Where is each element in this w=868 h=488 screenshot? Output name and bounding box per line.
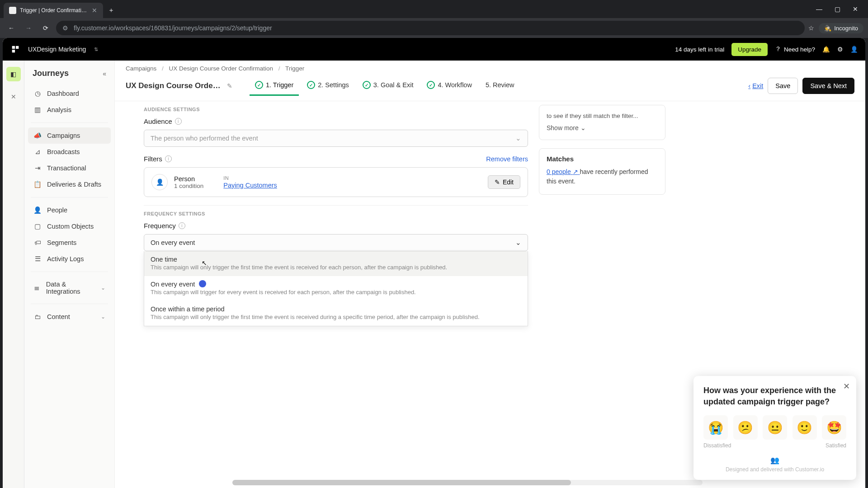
info-icon[interactable]: i — [165, 155, 172, 162]
survey-emoji-button[interactable]: 😐 — [763, 415, 787, 440]
feedback-survey: ✕ How was your experience with the updat… — [693, 376, 856, 480]
frequency-option[interactable]: Once within a time periodThis campaign w… — [144, 301, 528, 326]
step-tab-review[interactable]: 5. Review — [480, 76, 520, 95]
sidebar-item-people[interactable]: 👤People — [28, 202, 111, 218]
survey-emoji-button[interactable]: 😕 — [733, 415, 758, 440]
breadcrumb-campaigns[interactable]: Campaigns — [126, 65, 156, 72]
browser-tab[interactable]: Trigger | Order Confirmation | C ✕ — [4, 3, 103, 18]
url-field[interactable]: ⚙ fly.customer.io/workspaces/160831/jour… — [56, 21, 805, 35]
horizontal-scrollbar[interactable] — [232, 480, 703, 485]
help-link[interactable]: ？ Need help? — [775, 45, 815, 53]
notifications-icon[interactable]: 🔔 — [822, 46, 830, 53]
sidebar-item-transactional[interactable]: ⇥Transactional — [28, 160, 111, 176]
step-tab-goal-exit[interactable]: ✓3. Goal & Exit — [357, 76, 419, 95]
database-icon: ≣ — [33, 284, 41, 292]
sidebar-item-segments[interactable]: 🏷Segments — [28, 235, 111, 251]
survey-footer-text: Designed and delivered with Customer.io — [726, 466, 824, 473]
rail-journeys-icon[interactable]: ◧ — [6, 67, 21, 81]
upgrade-button[interactable]: Upgrade — [731, 43, 768, 56]
frequency-section-label: FREQUENCY SETTINGS — [144, 205, 528, 222]
save-button[interactable]: Save — [768, 78, 798, 94]
profile-icon[interactable]: 👤 — [850, 46, 858, 53]
external-link-icon: ↗ — [573, 168, 578, 175]
survey-emoji-button[interactable]: 🤩 — [822, 415, 846, 440]
frequency-label: Frequency — [144, 222, 176, 230]
edit-label: Edit — [503, 178, 514, 186]
save-next-button[interactable]: Save & Next — [802, 78, 854, 94]
close-window-icon[interactable]: ✕ — [849, 3, 862, 15]
help-icon: ？ — [775, 45, 781, 53]
filters-label: Filters — [144, 155, 162, 163]
breadcrumb-current: Trigger — [285, 65, 304, 72]
remove-filters-link[interactable]: Remove filters — [486, 155, 528, 163]
filter-segment-link[interactable]: Paying Customers — [223, 182, 277, 189]
pencil-icon: ✎ — [495, 178, 500, 186]
step-tab-settings[interactable]: ✓2. Settings — [302, 76, 354, 95]
step-tab-trigger[interactable]: ✓1. Trigger — [250, 76, 299, 95]
audience-placeholder: The person who performed the event — [151, 135, 258, 142]
exit-link[interactable]: ‹ Exit — [748, 82, 763, 89]
site-settings-icon[interactable]: ⚙ — [62, 24, 68, 32]
forward-button[interactable]: → — [22, 21, 35, 35]
survey-emoji-button[interactable]: 😭 — [703, 415, 728, 440]
sidebar-item-deliveries-drafts[interactable]: 📋Deliveries & Drafts — [28, 176, 111, 192]
workspace-switcher-icon[interactable]: ⇅ — [94, 48, 98, 51]
page-title: UX Design Course Order Confi... — [126, 81, 221, 90]
breadcrumb-campaign-name[interactable]: UX Design Course Order Confirmation — [169, 65, 273, 72]
filter-person-title: Person — [174, 175, 203, 183]
trial-notice: 14 days left in trial — [675, 46, 724, 53]
chevron-down-icon: ⌄ — [515, 135, 521, 142]
tab-title: Trigger | Order Confirmation | C — [20, 7, 88, 14]
chevron-left-icon: ‹ — [748, 82, 750, 89]
rail-secondary-icon[interactable]: ✕ — [6, 89, 21, 104]
settings-icon[interactable]: ⚙ — [837, 46, 843, 53]
info-icon[interactable]: i — [175, 118, 182, 125]
list-icon: ☰ — [33, 255, 42, 263]
customerio-badge-icon: 👥 — [770, 456, 779, 465]
app-logo[interactable] — [10, 44, 21, 55]
edit-filter-button[interactable]: ✎ Edit — [488, 175, 520, 189]
help-text: to see if they still match the filter... — [547, 112, 658, 121]
show-more-link[interactable]: Show more ⌄ — [547, 124, 658, 131]
matches-title: Matches — [547, 155, 658, 163]
sidebar-item-campaigns[interactable]: 📣Campaigns — [28, 127, 111, 144]
collapse-sidebar-icon[interactable]: « — [103, 70, 106, 77]
sidebar-item-data-integrations[interactable]: ≣Data & Integrations⌄ — [28, 277, 111, 299]
reload-button[interactable]: ⟳ — [39, 21, 52, 35]
maximize-icon[interactable]: ▢ — [831, 3, 844, 15]
close-tab-icon[interactable]: ✕ — [91, 7, 98, 14]
frequency-select[interactable]: On every event ⌄ — [144, 234, 528, 251]
sidebar-item-analysis[interactable]: ▥Analysis — [28, 102, 111, 118]
sidebar-item-broadcasts[interactable]: ⊿Broadcasts — [28, 144, 111, 160]
chevron-down-icon: ⌄ — [101, 314, 105, 320]
scrollbar-thumb[interactable] — [232, 480, 571, 485]
exit-label: Exit — [752, 82, 763, 89]
minimize-icon[interactable]: ― — [813, 3, 826, 15]
option-title: On every event — [151, 281, 521, 288]
chevron-down-icon: ⌄ — [580, 124, 586, 131]
audience-select[interactable]: The person who performed the event ⌄ — [144, 130, 528, 147]
incognito-badge[interactable]: 🕵 Incognito — [819, 23, 863, 33]
back-button[interactable]: ← — [5, 21, 18, 35]
help-card: to see if they still match the filter...… — [539, 105, 665, 140]
edit-title-icon[interactable]: ✎ — [227, 82, 232, 89]
survey-emoji-button[interactable]: 🙂 — [793, 415, 817, 440]
option-title: Once within a time period — [151, 305, 521, 313]
sidebar-item-label: Data & Integrations — [46, 281, 95, 295]
matches-count-link[interactable]: 0 people ↗ — [547, 168, 580, 175]
person-icon: 👤 — [151, 174, 168, 190]
sidebar-item-label: Campaigns — [47, 132, 80, 139]
sidebar-item-label: Segments — [47, 239, 76, 246]
step-tab-workflow[interactable]: ✓4. Workflow — [421, 76, 477, 95]
sidebar-item-content[interactable]: 🗀Content⌄ — [28, 309, 111, 325]
close-survey-icon[interactable]: ✕ — [843, 381, 850, 391]
sidebar-item-custom-objects[interactable]: ▢Custom Objects — [28, 218, 111, 235]
workspace-name[interactable]: UXDesign Marketing — [28, 46, 86, 53]
cursor-icon: ↖ — [202, 259, 207, 267]
info-icon[interactable]: i — [179, 222, 185, 229]
sidebar-item-dashboard[interactable]: ◷Dashboard — [28, 85, 111, 102]
sidebar-item-activity-logs[interactable]: ☰Activity Logs — [28, 251, 111, 267]
clipboard-icon: 📋 — [33, 180, 42, 188]
new-tab-button[interactable]: ＋ — [105, 4, 118, 17]
bookmark-icon[interactable]: ☆ — [808, 24, 814, 32]
